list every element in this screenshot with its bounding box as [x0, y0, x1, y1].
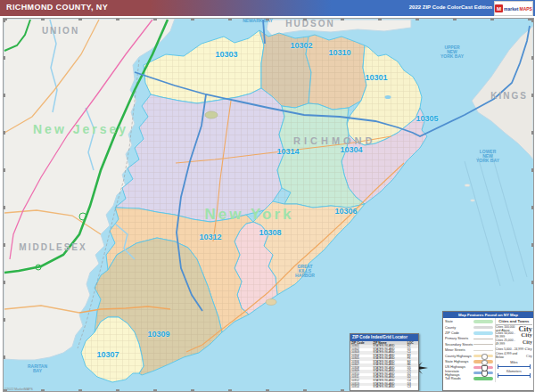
water-label-upper-bay: UPPER NEW YORK BAY [440, 45, 464, 59]
county-title: RICHMOND COUNTY, NY [6, 3, 108, 12]
state-swatch [473, 320, 493, 323]
county-label-richmond: RICHMOND [293, 135, 369, 146]
edition-label: 2022 ZIP Code ColorCast Edition [409, 4, 492, 10]
logo-mark-icon: M [495, 4, 503, 12]
grid-ticks-top [4, 19, 533, 20]
legend-label-interstate: Interstate Highways [445, 370, 473, 377]
zip-label-10314: 10314 [268, 147, 308, 156]
zip-label-10310: 10310 [320, 48, 359, 57]
marketmaps-logo: M market MAPS [494, 1, 533, 16]
zip-label-10309: 10309 [139, 330, 178, 339]
cell-loc: C3 [407, 386, 418, 389]
zip-label-10302: 10302 [282, 41, 321, 50]
zip-swatch [473, 331, 493, 335]
secondary-streets-swatch [473, 344, 493, 345]
legend-label-minor: Minor Streets [445, 348, 465, 352]
toll-roads-swatch [473, 377, 493, 380]
silver-lake-pond [385, 95, 391, 99]
zip-label-10303: 10303 [207, 50, 246, 59]
table-row: 10314 STATEN ISLAND C3 [350, 386, 418, 389]
hoffman-island [465, 184, 470, 187]
legend-title: Map Features Found on NY Map [443, 312, 533, 318]
zip-label-10306: 10306 [326, 207, 366, 216]
county-swatch [473, 326, 493, 330]
us-highways-swatch [473, 366, 493, 370]
state-highways-swatch [473, 360, 493, 363]
kilometers-label: Kilometers [498, 370, 531, 373]
miles-scale-bar: Miles [498, 361, 531, 369]
state-label-new-jersey: New Jersey [33, 122, 127, 136]
swinburne-island [471, 200, 475, 201]
city-class-5-label: Cities 4,999 and Below [496, 352, 526, 359]
map-canvas: 10301 10302 10303 10304 10305 10306 1030… [3, 18, 534, 392]
city-class-5-sample: City [526, 354, 532, 358]
city-class-2-sample: City [521, 331, 532, 339]
cell-zip: 10314 [350, 386, 372, 389]
copyright-note: ©2022 MarketMAPS [4, 388, 33, 391]
minor-streets-swatch [473, 350, 493, 351]
zip-label-10305: 10305 [407, 114, 447, 123]
zip-label-10301: 10301 [357, 73, 396, 82]
interstate-highways-swatch [473, 372, 492, 375]
legend-label-county: County [445, 326, 456, 330]
legend-label-state: State [445, 320, 453, 323]
city-class-3-sample: City [523, 339, 532, 345]
water-label-great-kills: GREAT KILLS HARBOR [292, 265, 317, 278]
zip-index-table: ZIP Code Index/Grid Locator ZIP Code ZIP… [350, 333, 419, 391]
miles-label: Miles [498, 361, 531, 364]
channel-lines [465, 152, 527, 286]
zip-table-title: ZIP Code Index/Grid Locator [350, 334, 418, 341]
city-class-3-label: Cities 25,000 - 49,999 [496, 339, 523, 346]
park-patch [205, 111, 218, 118]
kilometers-scale-bar: Kilometers [498, 370, 531, 378]
primary-streets-swatch [473, 339, 493, 340]
zip-label-10304: 10304 [332, 145, 371, 154]
legend-features-column: State County ZIP Code Primary Streets Se… [443, 318, 495, 382]
scale-bars: Miles Kilometers [496, 361, 532, 378]
zip-label-10308: 10308 [251, 228, 290, 237]
grid-ticks-left [4, 19, 5, 391]
water-label-lower-bay: LOWER NEW YORK BAY [476, 150, 499, 163]
legend-label-toll: Toll Roads [445, 377, 461, 380]
logo-text-2: MAPS [519, 6, 531, 12]
city-class-4-label: Cities 5,000 - 24,999 [496, 347, 523, 351]
legend-label-us-hwy: US Highways [445, 365, 465, 369]
zip-label-10307: 10307 [88, 350, 128, 359]
legend-label-primary: Primary Streets [445, 337, 468, 340]
legend-cities-column: Cities and Towns Cities 100,000 and Abov… [495, 318, 533, 382]
county-label-union: UNION [34, 26, 87, 36]
map-legend: Map Features Found on NY Map State Count… [442, 311, 534, 391]
county-label-kings: KINGS [487, 91, 531, 101]
legend-label-county-hwy: County Highways [445, 355, 472, 358]
zip-label-10312: 10312 [191, 233, 230, 241]
cell-name: STATEN ISLAND [372, 386, 406, 389]
water-label-raritan-bay: RARITAN BAY [25, 364, 50, 373]
logo-text-1: market [504, 6, 518, 12]
zip-table-body: 10301 STATEN ISLAND E2 10302 STATEN ISLA… [350, 345, 418, 389]
title-bar: RICHMOND COUNTY, NY 2022 ZIP Code ColorC… [0, 0, 535, 16]
legend-label-zip: ZIP Code [445, 331, 459, 335]
county-label-middlesex: MIDDLESEX [15, 242, 91, 252]
legend-label-state-hwy: State Highways [445, 360, 468, 363]
city-class-4-sample: City [524, 347, 532, 351]
golf-patch [266, 299, 276, 306]
state-label-new-york: New York [193, 206, 305, 224]
legend-label-secondary: Secondary Streets [445, 343, 473, 347]
county-highways-swatch [473, 355, 493, 358]
